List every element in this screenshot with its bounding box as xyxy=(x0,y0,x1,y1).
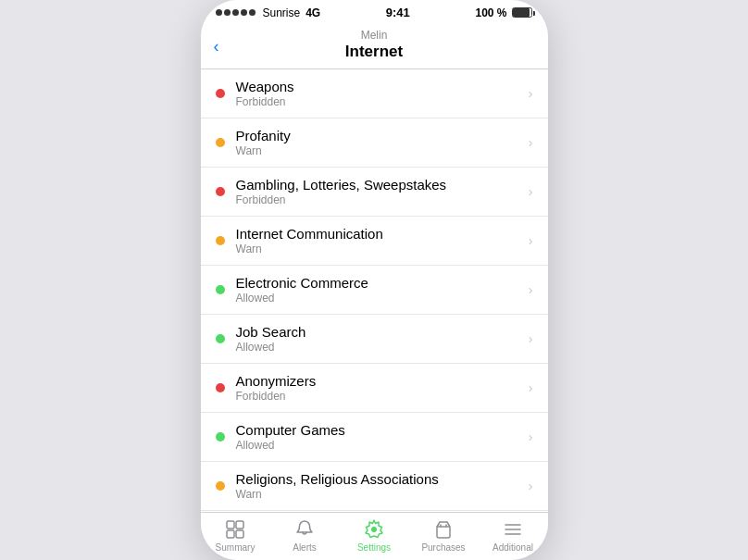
item-subtitle-gambling: Forbidden xyxy=(236,193,521,206)
signal-dots xyxy=(216,9,256,16)
nav-title: Internet xyxy=(201,43,548,61)
list-container: Weapons Forbidden › Profanity Warn › Gam… xyxy=(201,69,548,512)
item-subtitle-anonymizers: Forbidden xyxy=(236,390,521,403)
item-subtitle-computer-games: Allowed xyxy=(236,439,521,452)
chevron-icon-religions: › xyxy=(529,479,533,493)
battery-percent: 100 % xyxy=(475,6,506,19)
chevron-icon-gambling: › xyxy=(529,184,533,199)
list-item-anonymizers[interactable]: Anonymizers Forbidden › xyxy=(201,364,548,413)
list-item-religions[interactable]: Religions, Religious Associations Warn › xyxy=(201,462,548,511)
item-title-job-search: Job Search xyxy=(236,324,521,340)
tab-additional[interactable]: Additional xyxy=(479,518,548,553)
summary-icon xyxy=(224,518,246,541)
back-button[interactable]: ‹ xyxy=(214,36,219,56)
tab-bar: Summary Alerts Settings xyxy=(201,512,548,560)
chevron-icon-weapons: › xyxy=(529,86,533,101)
status-bar: Sunrise 4G 9:41 100 % xyxy=(201,0,548,23)
item-text-religions: Religions, Religious Associations Warn xyxy=(236,471,521,501)
svg-rect-0 xyxy=(227,521,234,529)
status-dot-job-search xyxy=(216,334,225,343)
item-title-religions: Religions, Religious Associations xyxy=(236,471,521,487)
item-text-profanity: Profanity Warn xyxy=(236,128,521,157)
item-title-anonymizers: Anonymizers xyxy=(236,373,521,389)
tab-purchases[interactable]: Purchases xyxy=(409,518,479,553)
purchases-icon xyxy=(432,518,455,541)
item-title-profanity: Profanity xyxy=(236,128,521,143)
time-label: 9:41 xyxy=(386,6,410,19)
chevron-icon-profanity: › xyxy=(529,135,533,150)
svg-rect-2 xyxy=(227,530,234,538)
item-title-internet-communication: Internet Communication xyxy=(236,226,521,242)
chevron-icon-computer-games: › xyxy=(529,429,533,444)
list-item-gambling[interactable]: Gambling, Lotteries, Sweepstakes Forbidd… xyxy=(201,168,548,217)
list-item-internet-communication[interactable]: Internet Communication Warn › xyxy=(201,217,548,266)
tab-settings[interactable]: Settings xyxy=(340,518,409,553)
nav-subtitle: Melin xyxy=(201,29,548,42)
status-dot-internet-communication xyxy=(216,236,225,245)
item-subtitle-internet-communication: Warn xyxy=(236,243,521,255)
status-dot-profanity xyxy=(216,138,225,147)
item-text-gambling: Gambling, Lotteries, Sweepstakes Forbidd… xyxy=(236,177,521,206)
item-title-weapons: Weapons xyxy=(236,79,521,94)
status-dot-religions xyxy=(216,481,225,491)
tab-summary-label: Summary xyxy=(216,542,256,553)
tab-settings-label: Settings xyxy=(357,542,391,553)
item-text-job-search: Job Search Allowed xyxy=(236,324,521,354)
settings-icon xyxy=(363,518,385,541)
item-title-electronic-commerce: Electronic Commerce xyxy=(236,275,521,291)
status-dot-anonymizers xyxy=(216,383,225,392)
tab-alerts-label: Alerts xyxy=(293,542,317,553)
phone-frame: Sunrise 4G 9:41 100 % ‹ Melin Internet W… xyxy=(201,0,548,560)
chevron-icon-electronic-commerce: › xyxy=(529,282,533,297)
item-text-electronic-commerce: Electronic Commerce Allowed xyxy=(236,275,521,305)
tab-additional-label: Additional xyxy=(492,542,533,553)
list-item-weapons[interactable]: Weapons Forbidden › xyxy=(201,69,548,118)
battery-icon xyxy=(512,7,532,18)
item-text-internet-communication: Internet Communication Warn xyxy=(236,226,521,255)
svg-point-4 xyxy=(371,527,377,532)
tab-purchases-label: Purchases xyxy=(421,542,465,553)
item-title-computer-games: Computer Games xyxy=(236,422,521,438)
list-item-job-search[interactable]: Job Search Allowed › xyxy=(201,315,548,364)
item-text-weapons: Weapons Forbidden xyxy=(236,79,521,108)
list-item-profanity[interactable]: Profanity Warn › xyxy=(201,118,548,168)
item-text-anonymizers: Anonymizers Forbidden xyxy=(236,373,521,403)
item-title-gambling: Gambling, Lotteries, Sweepstakes xyxy=(236,177,521,193)
item-text-computer-games: Computer Games Allowed xyxy=(236,422,521,452)
tab-alerts[interactable]: Alerts xyxy=(270,518,340,553)
additional-icon xyxy=(502,518,524,541)
status-dot-gambling xyxy=(216,187,225,196)
status-left: Sunrise 4G xyxy=(216,6,321,19)
item-subtitle-profanity: Warn xyxy=(236,144,521,157)
battery-fill xyxy=(513,8,530,17)
item-subtitle-weapons: Forbidden xyxy=(236,95,521,108)
svg-rect-3 xyxy=(236,530,243,538)
chevron-icon-job-search: › xyxy=(529,331,533,346)
chevron-icon-internet-communication: › xyxy=(529,233,533,248)
svg-rect-1 xyxy=(236,521,243,529)
status-dot-electronic-commerce xyxy=(216,285,225,294)
nav-bar: ‹ Melin Internet xyxy=(201,23,548,69)
status-dot-computer-games xyxy=(216,432,225,442)
status-right: 100 % xyxy=(475,6,532,19)
item-subtitle-electronic-commerce: Allowed xyxy=(236,292,521,305)
tab-summary[interactable]: Summary xyxy=(201,518,270,553)
network-label: 4G xyxy=(305,6,320,19)
list-item-computer-games[interactable]: Computer Games Allowed › xyxy=(201,413,548,462)
list-item-electronic-commerce[interactable]: Electronic Commerce Allowed › xyxy=(201,266,548,315)
item-subtitle-religions: Warn xyxy=(236,488,521,501)
item-subtitle-job-search: Allowed xyxy=(236,341,521,354)
status-dot-weapons xyxy=(216,89,225,98)
carrier-label: Sunrise xyxy=(263,6,301,19)
chevron-icon-anonymizers: › xyxy=(529,380,533,395)
alerts-icon xyxy=(293,518,316,541)
